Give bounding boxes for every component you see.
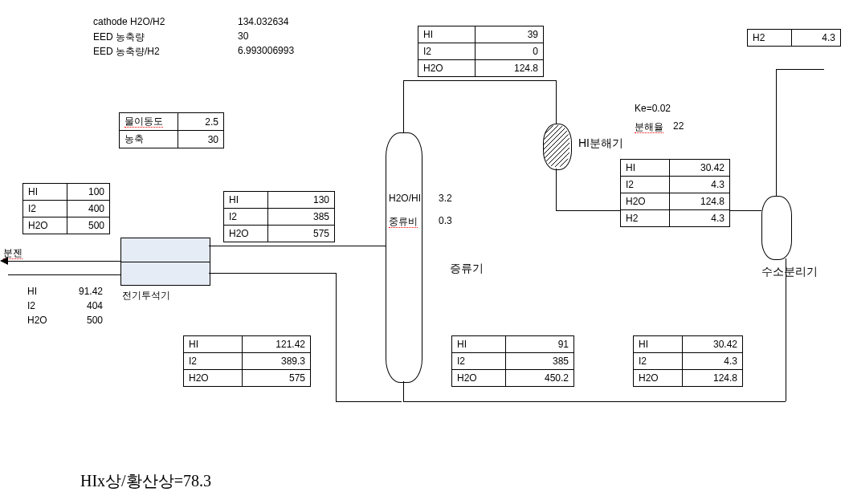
do-r2-k: I2 (621, 177, 670, 193)
hdr-row3-value: 6.993006993 (238, 45, 294, 56)
do-r3-k: H2O (621, 193, 670, 210)
recycle-table: HI91.42 I2404 H2O500 (22, 284, 108, 327)
do-r1-k: HI (621, 160, 670, 177)
recycle-r3-k: H2O (22, 313, 66, 327)
line-sep-down (786, 258, 786, 401)
dt-r3-v: 124.8 (476, 60, 544, 77)
feed-r1-v: 100 (67, 184, 110, 201)
decomp-rate-label: 분해율 (635, 120, 663, 134)
dfl-r2-v: 389.3 (243, 353, 311, 370)
line-sep-up (776, 69, 777, 196)
dist-p2-k: 중류비 (389, 215, 418, 229)
edout-r1-v: 130 (268, 192, 335, 209)
do-r2-v: 4.3 (670, 177, 730, 193)
line-reactor-down (556, 169, 557, 210)
edout-r2-v: 385 (268, 209, 335, 226)
db-r1-v: 91 (506, 336, 574, 353)
hdr-row1-value: 134.032634 (238, 16, 288, 27)
do-r1-v: 30.42 (670, 160, 730, 177)
dist-bottom-table: HI91 I2385 H2O450.2 (451, 335, 574, 387)
hdr-row3-label: EED 농축량/H2 (93, 45, 160, 59)
edout-r3-k: H2O (224, 226, 268, 242)
line-ed-lower-out (209, 273, 336, 274)
dfl-r1-v: 121.42 (243, 336, 311, 353)
edout-r2-k: I2 (224, 209, 268, 226)
dfl-r2-k: I2 (184, 353, 243, 370)
feed-r1-k: HI (23, 184, 67, 201)
feed-r2-v: 400 (67, 201, 110, 217)
dist-top-table: HI39 I20 H2O124.8 (418, 26, 544, 77)
line-dist-top-up (403, 80, 404, 132)
sb-r1-k: HI (634, 336, 683, 353)
recycle-r3-v: 500 (66, 313, 108, 327)
db-r2-v: 385 (506, 353, 574, 370)
line-down-to-recycle (336, 273, 337, 401)
do-r4-k: H2 (621, 210, 670, 227)
h2-v: 4.3 (792, 30, 841, 47)
dist-label: 증류기 (450, 262, 484, 276)
db-r3-k: H2O (452, 370, 506, 387)
line-ed-to-dist-upper (209, 246, 386, 246)
dist-p1-k: H2O/HI (389, 193, 421, 204)
dfl-r3-k: H2O (184, 370, 243, 387)
ed-divider (121, 262, 210, 262)
line-to-dist-bottom-feed (336, 401, 402, 402)
recycle-r2-k: I2 (22, 299, 66, 313)
feed-in-table: HI100 I2400 H2O500 (22, 183, 110, 234)
svg-rect-0 (544, 125, 569, 167)
params-table: 물이동도2.5 농축30 (119, 112, 224, 148)
recycle-r1-k: HI (22, 284, 66, 299)
dt-r1-v: 39 (476, 26, 544, 43)
db-r2-k: I2 (452, 353, 506, 370)
h2sep-label: 수소분리기 (761, 265, 818, 279)
dist-feed-lower-table: HI121.42 I2389.3 H2O575 (183, 335, 311, 387)
line-dist-bottom-down (403, 381, 404, 401)
ke-label: Ke=0.02 (635, 103, 671, 114)
params-r2-value: 30 (178, 131, 224, 148)
h2sep-bottom-table: HI30.42 I24.3 H2O124.8 (633, 335, 743, 387)
edout-r1-k: HI (224, 192, 268, 209)
line-feed-to-ed (8, 261, 120, 262)
dt-r1-k: HI (418, 26, 476, 43)
sb-r2-k: I2 (634, 353, 683, 370)
decomp-rate-value: 22 (673, 120, 684, 132)
line-sep-right-stub (776, 69, 824, 70)
feed-r3-v: 500 (67, 217, 110, 234)
arrow-left-icon (0, 257, 8, 265)
hatch-pattern-icon (544, 125, 569, 167)
dist-p2-v: 0.3 (439, 215, 452, 226)
dt-r2-v: 0 (476, 43, 544, 60)
decomp-out-table: HI30.42 I24.3 H2O124.8 H24.3 (620, 159, 730, 227)
feed-r3-k: H2O (23, 217, 67, 234)
sb-r3-v: 124.8 (683, 370, 743, 387)
ed-label: 전기투석기 (122, 289, 170, 303)
sb-r1-v: 30.42 (683, 336, 743, 353)
do-r3-v: 124.8 (670, 193, 730, 210)
db-r1-k: HI (452, 336, 506, 353)
line-into-reactor (556, 80, 557, 124)
params-r1-value: 2.5 (178, 113, 224, 131)
dt-r2-k: I2 (418, 43, 476, 60)
hdr-row2-value: 30 (238, 30, 248, 42)
line-ed-recycle (8, 274, 120, 275)
sb-r3-k: H2O (634, 370, 683, 387)
ed-out-table: HI130 I2385 H2O575 (223, 191, 335, 242)
h2-k: H2 (748, 30, 792, 47)
hdr-row2-label: EED 농축량 (93, 30, 145, 44)
line-dist-top-to-reactor (403, 80, 556, 81)
sb-r2-v: 4.3 (683, 353, 743, 370)
dt-r3-k: H2O (418, 60, 476, 77)
db-r3-v: 450.2 (506, 370, 574, 387)
footer-ratio: HIx상/황산상=78.3 (80, 470, 211, 492)
recycle-r2-v: 404 (66, 299, 108, 313)
params-r2-label: 농축 (120, 131, 178, 148)
line-bottom-recycle (403, 401, 786, 402)
dfl-r1-k: HI (184, 336, 243, 353)
hi-decomp-label: HI분해기 (578, 136, 623, 151)
electrodialyzer-box (120, 238, 210, 286)
feed-r2-k: I2 (23, 201, 67, 217)
params-r1-label: 물이동도 (124, 116, 163, 128)
h2-separator-vessel (761, 196, 792, 260)
dfl-r3-v: 575 (243, 370, 311, 387)
do-r4-v: 4.3 (670, 210, 730, 227)
